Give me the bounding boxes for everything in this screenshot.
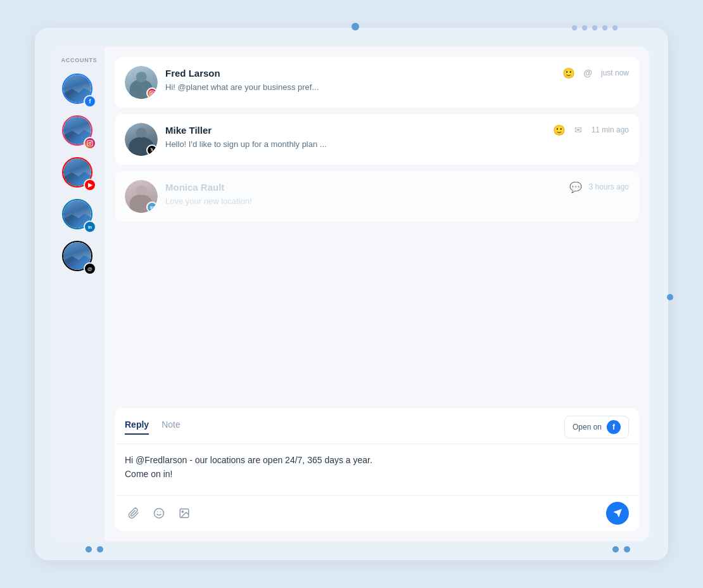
svg-point-2 <box>91 141 92 142</box>
fred-msg-header: Fred Larson 🙂 @ just now <box>165 66 629 80</box>
outer-container: ACCOUNTS f <box>35 28 668 560</box>
monica-message-body: Monica Rault 💬 3 hours ago Love your new… <box>165 180 629 206</box>
avatar-mike-tiller: 𝕏 <box>125 123 158 156</box>
fred-name: Fred Larson <box>165 68 220 79</box>
monica-msg-header: Monica Rault 💬 3 hours ago <box>165 180 629 194</box>
message-card-mike[interactable]: 𝕏 Mike Tiller 🙂 ✉ 11 min ago Hello <box>115 114 639 165</box>
svg-point-9 <box>182 511 183 512</box>
fred-emoji-icon[interactable]: 🙂 <box>562 66 576 80</box>
fred-mention-icon[interactable]: @ <box>581 66 595 80</box>
sidebar-item-facebook[interactable]: f <box>62 74 96 108</box>
message-card-monica[interactable]: in Monica Rault 💬 3 hours ago Love your … <box>115 171 639 222</box>
open-on-label: Open on <box>573 423 602 431</box>
monica-preview: Love your new location! <box>165 196 629 206</box>
fred-preview: Hi! @planet what are your business pref.… <box>165 82 629 92</box>
avatar-fred-larson <box>125 66 158 99</box>
mike-emoji-icon[interactable]: 🙂 <box>552 123 566 137</box>
sidebar-label: ACCOUNTS <box>61 57 98 63</box>
mike-icons: 🙂 ✉ <box>552 123 585 137</box>
message-card-fred[interactable]: Fred Larson 🙂 @ just now Hi! @planet wha… <box>115 57 639 108</box>
tab-reply[interactable]: Reply <box>125 419 149 435</box>
reply-area: Reply Note Open on f Hi @Fredlarson - ou… <box>115 408 639 531</box>
sidebar: ACCOUNTS f <box>54 47 104 541</box>
dot-top-center <box>352 23 359 30</box>
sidebar-item-instagram[interactable] <box>62 115 96 150</box>
emoji-icon[interactable] <box>150 504 168 522</box>
monica-social-badge: in <box>146 201 158 213</box>
main-content: Fred Larson 🙂 @ just now Hi! @planet wha… <box>104 47 649 541</box>
fred-meta: 🙂 @ just now <box>562 66 629 80</box>
threads-badge: @ <box>84 262 96 275</box>
dots-bottom-right <box>612 546 630 553</box>
monica-name: Monica Rault <box>165 182 224 193</box>
fred-icons: 🙂 @ <box>562 66 595 80</box>
instagram-badge <box>84 137 96 150</box>
dots-top-right <box>572 25 618 30</box>
open-on-facebook-icon: f <box>607 420 621 434</box>
spacer <box>115 228 639 400</box>
tab-note[interactable]: Note <box>162 419 180 435</box>
dot-right-mid <box>667 294 673 300</box>
inner-card: ACCOUNTS f <box>54 47 649 541</box>
sidebar-item-youtube[interactable]: ▶ <box>62 157 96 191</box>
linkedin-badge: in <box>84 220 96 233</box>
fred-message-body: Fred Larson 🙂 @ just now Hi! @planet wha… <box>165 66 629 92</box>
mike-meta: 🙂 ✉ 11 min ago <box>552 123 629 137</box>
mike-msg-header: Mike Tiller 🙂 ✉ 11 min ago <box>165 123 629 137</box>
svg-point-5 <box>155 509 164 518</box>
attachment-icon[interactable] <box>125 504 142 522</box>
send-button[interactable] <box>606 502 629 525</box>
mike-name: Mike Tiller <box>165 125 212 136</box>
mike-time: 11 min ago <box>592 125 629 134</box>
monica-time: 3 hours ago <box>589 182 629 191</box>
svg-rect-3 <box>149 91 155 96</box>
mike-message-body: Mike Tiller 🙂 ✉ 11 min ago Hello! I'd li… <box>165 123 629 149</box>
svg-point-4 <box>151 93 153 94</box>
svg-rect-0 <box>87 141 92 146</box>
open-on-button[interactable]: Open on f <box>564 416 629 438</box>
reply-toolbar <box>115 495 639 531</box>
fred-time: just now <box>601 68 629 77</box>
youtube-badge: ▶ <box>84 179 96 191</box>
mike-preview: Hello! I'd like to sign up for a monthly… <box>165 139 629 149</box>
monica-chat-icon[interactable]: 💬 <box>569 180 583 194</box>
sidebar-item-linkedin[interactable]: in <box>62 199 96 233</box>
monica-icons: 💬 <box>569 180 583 194</box>
sidebar-item-threads[interactable]: @ <box>62 241 96 275</box>
facebook-badge: f <box>84 95 96 108</box>
mike-email-icon[interactable]: ✉ <box>571 123 585 137</box>
reply-tabs: Reply Note Open on f <box>115 408 639 444</box>
avatar-monica-rault: in <box>125 180 158 213</box>
image-icon[interactable] <box>175 504 193 522</box>
fred-social-badge <box>146 87 158 99</box>
reply-text-content[interactable]: Hi @Fredlarson - our locations are open … <box>115 444 639 495</box>
monica-meta: 💬 3 hours ago <box>569 180 629 194</box>
dots-bottom-left <box>86 546 103 553</box>
mike-social-badge: 𝕏 <box>146 144 158 156</box>
svg-point-1 <box>89 142 91 144</box>
